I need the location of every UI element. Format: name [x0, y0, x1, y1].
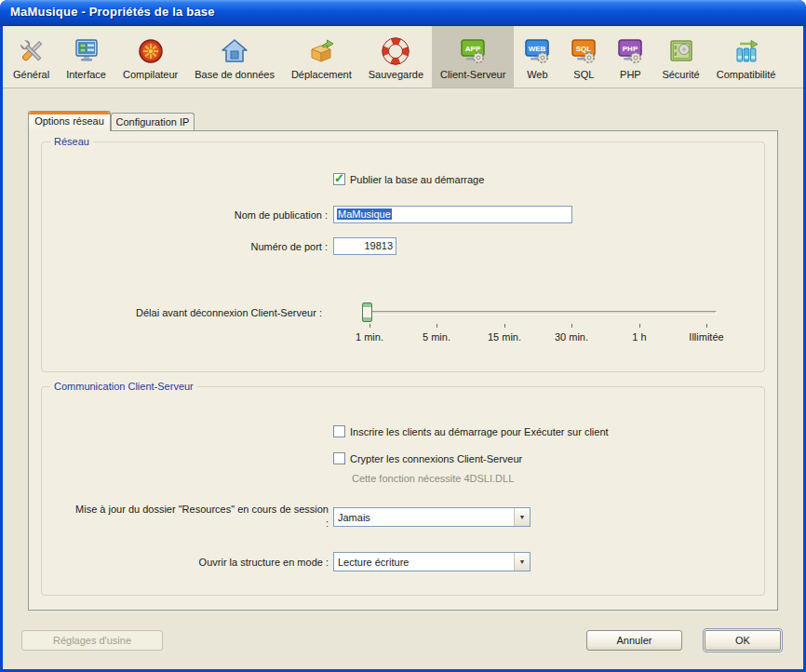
structure-mode-value: Lecture écriture: [334, 557, 514, 568]
cancel-button[interactable]: Annuler: [586, 630, 682, 651]
properties-dialog: MaMusique - Propriétés de la base Généra…: [0, 0, 806, 672]
publication-name-input[interactable]: MaMusique: [333, 206, 572, 223]
network-group-title: Réseau: [50, 136, 93, 147]
toolbar-item-deplacement[interactable]: Déplacement: [283, 26, 360, 87]
toolbar-label: Base de données: [195, 69, 275, 80]
register-clients-label: Inscrire les clients au démarrage pour E…: [350, 426, 609, 437]
lifebuoy-icon: [381, 36, 410, 66]
register-clients-checkbox[interactable]: [333, 425, 345, 437]
window-title: MaMusique - Propriétés de la base: [10, 5, 215, 19]
settings-toolbar: Général Interface: [3, 26, 803, 88]
factory-settings-button[interactable]: Réglages d'usine: [21, 630, 163, 651]
tools-icon: [17, 36, 47, 66]
encrypt-note: Cette fonction nécessite 4DSLI.DLL: [352, 473, 514, 484]
title-bar[interactable]: MaMusique - Propriétés de la base: [0, 0, 806, 26]
toolbar-item-web[interactable]: WEB Web: [514, 26, 560, 87]
slider-tick-label: 15 min.: [475, 331, 534, 343]
publish-checkbox-label: Publier la base au démarrage: [350, 174, 484, 185]
tab-label: Options réseau: [34, 115, 104, 127]
toolbar-label: Interface: [66, 69, 106, 80]
toolbar-label: Sécurité: [662, 69, 699, 80]
slider-tick: [437, 324, 437, 328]
toolbar-label: PHP: [620, 69, 641, 80]
app-screen-gear-icon: APP: [458, 36, 488, 66]
toolbar-label: Déplacement: [291, 69, 352, 80]
slider-tick: [504, 324, 505, 328]
app-badge: APP: [465, 44, 481, 52]
php-badge: PHP: [623, 44, 638, 52]
web-screen-gear-icon: WEB: [522, 36, 552, 66]
toolbar-label: Client-Serveur: [440, 69, 505, 80]
slider-tick: [571, 324, 572, 328]
check-icon: ✓: [334, 174, 344, 183]
toolbar-label: Web: [527, 69, 547, 80]
ok-button-ring: OK: [703, 628, 783, 652]
timeout-label: Délai avant déconnexion Client-Serveur :: [56, 307, 322, 318]
tab-label: Configuration IP: [116, 116, 190, 128]
toolbar-item-interface[interactable]: Interface: [58, 26, 114, 87]
port-label: Numéro de port :: [93, 241, 328, 252]
tab-configuration-ip[interactable]: Configuration IP: [111, 113, 195, 130]
structure-mode-select[interactable]: Lecture écriture ▼: [333, 552, 531, 571]
box-arrow-icon: [306, 36, 336, 66]
dropdown-arrow-icon[interactable]: ▼: [514, 508, 530, 526]
toolbar-label: Compatibilité: [717, 69, 776, 80]
toolbar-item-client-serveur[interactable]: APP Client-Serveur: [432, 26, 514, 87]
slider-tick: [706, 324, 707, 328]
publish-checkbox[interactable]: ✓: [333, 173, 345, 185]
slider-tick-label: 5 min.: [407, 331, 466, 343]
php-screen-gear-icon: PHP: [615, 36, 645, 66]
toolbar-label: Général: [13, 69, 49, 80]
toolbar-item-sauvegarde[interactable]: Sauvegarde: [360, 26, 432, 87]
encrypt-checkbox[interactable]: [333, 452, 345, 464]
toolbar-item-compatibilite[interactable]: Compatibilité: [708, 26, 785, 87]
binders-arrow-icon: [732, 36, 761, 66]
slider-tick-label: 1 h: [610, 331, 669, 343]
toolbar-item-compilateur[interactable]: Compilateur: [114, 26, 186, 87]
ok-button[interactable]: OK: [705, 630, 781, 651]
communication-group-title: Communication Client-Serveur: [50, 381, 197, 392]
slider-tick: [639, 324, 640, 328]
toolbar-label: Compilateur: [123, 69, 178, 80]
structure-mode-label: Ouvrir la structure en mode :: [93, 557, 329, 568]
toolbar-item-general[interactable]: Général: [5, 26, 58, 87]
slider-tick-label: 1 min.: [340, 331, 399, 343]
timeout-slider-thumb[interactable]: [362, 302, 372, 322]
publication-name-value: MaMusique: [337, 208, 392, 220]
safe-icon: [666, 36, 696, 66]
slider-tick-label: 30 min.: [542, 331, 601, 343]
toolbar-item-sql[interactable]: SQL SQL: [560, 26, 607, 87]
tab-options-reseau[interactable]: Options réseau: [28, 111, 111, 131]
dropdown-arrow-icon[interactable]: ▼: [514, 553, 530, 571]
slider-tick-label: Illimitée: [677, 331, 736, 343]
toolbar-item-php[interactable]: PHP PHP: [607, 26, 653, 87]
toolbar-label: SQL: [573, 69, 594, 80]
home-icon: [220, 36, 249, 66]
sql-badge: SQL: [576, 44, 592, 52]
resources-update-value: Jamais: [334, 512, 514, 523]
encrypt-label: Crypter les connexions Client-Serveur: [350, 453, 522, 464]
toolbar-label: Sauvegarde: [369, 69, 423, 80]
slider-tick: [369, 324, 370, 328]
sql-screen-gear-icon: SQL: [569, 36, 598, 66]
timeout-slider-track[interactable]: [363, 311, 717, 315]
resources-update-select[interactable]: Jamais ▼: [333, 507, 531, 527]
toolbar-item-securite[interactable]: Sécurité: [653, 26, 707, 87]
port-input[interactable]: 19813: [333, 237, 396, 255]
toolbar-item-base-de-donnees[interactable]: Base de données: [186, 26, 283, 87]
monitor-icon: [72, 36, 101, 66]
publication-name-label: Nom de publication :: [93, 209, 328, 221]
wheel-icon: [136, 36, 166, 66]
resources-update-label: Mise à jour du dossier "Resources" en co…: [56, 503, 329, 531]
web-badge: WEB: [529, 44, 546, 52]
